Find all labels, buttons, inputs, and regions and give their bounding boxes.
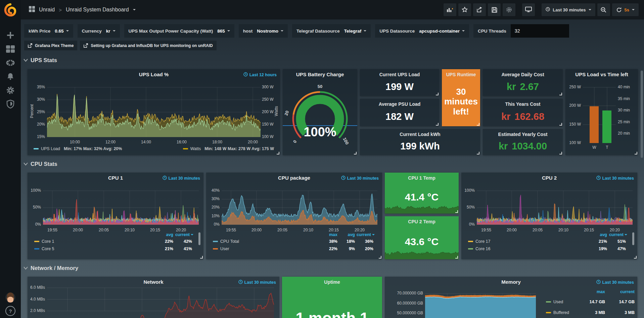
legend-header-max[interactable]: max [588, 289, 605, 294]
variable-value[interactable]: kr [106, 29, 110, 34]
panel-time-range-link[interactable]: Last 30 minutes [596, 280, 634, 285]
cpu1-chart[interactable] [43, 187, 199, 227]
ups-load-chart[interactable] [47, 84, 261, 138]
time-range-label: Last 30 minutes [553, 7, 586, 12]
legend-series-name[interactable]: User [220, 246, 229, 251]
legend-header-current[interactable]: current [355, 232, 375, 237]
panel-title[interactable]: UPS Battery Charge [286, 72, 354, 77]
create-icon[interactable] [0, 29, 20, 42]
battery-gauge-chart[interactable]: 0 20 50 100 100% [283, 69, 357, 155]
cycle-view-button[interactable] [522, 3, 535, 16]
server-admin-shield-icon[interactable] [0, 97, 20, 111]
variable-value[interactable]: 865 [217, 29, 225, 34]
link-ups-monitoring-guide[interactable]: Setting up Grafana and InfluxDB for UPS … [80, 41, 216, 50]
variable-telegraf-datasource[interactable]: Telegraf Datasource Telegraf [292, 24, 371, 38]
refresh-interval-label[interactable]: 5s [625, 7, 629, 12]
legend-avg-value: 22% [156, 239, 173, 244]
legend-header-avg[interactable]: avg [590, 232, 607, 237]
panel-time-range-link[interactable]: Last 30 minutes [341, 176, 379, 181]
stat-title[interactable]: CPU 2 Temp [408, 219, 435, 224]
legend-series-name[interactable]: Watts [190, 146, 201, 151]
breadcrumb-root[interactable]: Unraid [39, 7, 55, 13]
stat-title[interactable]: Average Daily Cost [501, 72, 544, 77]
page-scrollbar-thumb[interactable] [641, 71, 643, 158]
panel-title[interactable]: UPS Load % [41, 72, 267, 77]
legend-series-name[interactable]: Core 5 [42, 246, 54, 251]
stat-title[interactable]: Current UPS Load [379, 72, 420, 77]
legend-series-name[interactable]: Used [553, 300, 563, 304]
legend-scrollbar[interactable] [198, 232, 200, 245]
stat-title[interactable]: Uptime [324, 279, 340, 285]
cpu-package-chart[interactable] [222, 187, 377, 227]
variable-ups-max-output[interactable]: UPS Max Output Power Capacity (Watt) 865 [124, 24, 234, 38]
configuration-gear-icon[interactable] [0, 84, 20, 97]
panel-time-range-link[interactable]: Last 30 minutes [238, 280, 276, 285]
legend-header-avg[interactable]: avg [156, 232, 173, 237]
legend-scrollbar[interactable] [632, 232, 634, 245]
legend-series-name[interactable]: Core 1 [42, 239, 54, 244]
dashboard-dropdown-caret[interactable] [133, 9, 136, 10]
grafana-logo-icon[interactable] [4, 3, 17, 16]
cpu-threads-input[interactable] [511, 24, 569, 38]
panel-time-range-link[interactable]: Last 12 hours [243, 72, 277, 78]
legend-series-name[interactable]: Buffered [553, 310, 569, 315]
legend-series-name[interactable]: CPU Total [220, 239, 239, 244]
panel-time-range-link[interactable]: Last 30 minutes [163, 176, 200, 181]
variable-currency[interactable]: Currency kr [78, 24, 120, 38]
variable-ups-datasource[interactable]: UPS Datasource apcupsd-container [375, 24, 469, 38]
variable-value[interactable]: apcupsd-container [419, 29, 460, 34]
star-button[interactable] [458, 3, 471, 16]
breadcrumb-current[interactable]: Unraid System Dashboard [66, 7, 129, 13]
legend-swatch [546, 312, 551, 313]
panel-title[interactable]: UPS Load vs Time left [567, 72, 636, 77]
axis-tick-label: 50% [28, 205, 41, 210]
legend-header-avg[interactable]: avg [340, 232, 355, 237]
section-title: UPS Stats [31, 57, 57, 63]
zoom-out-button[interactable] [597, 3, 610, 16]
variable-value[interactable]: 0.65 [55, 29, 63, 34]
legend-header-current[interactable]: current [607, 232, 627, 237]
time-range-picker[interactable]: Last 30 minutes [542, 3, 595, 16]
legend-series-name[interactable]: UPS Load [41, 146, 60, 151]
help-icon[interactable]: ? [5, 306, 15, 316]
link-grafana-plex-theme[interactable]: Grafana Plex Theme [24, 41, 77, 50]
section-cpu-stats[interactable]: CPU Stats [24, 161, 57, 167]
legend-header-max[interactable]: max [321, 232, 337, 237]
share-button[interactable] [473, 3, 486, 16]
stat-title[interactable]: Estimated Yearly Cost [498, 132, 548, 137]
dashboard-settings-button[interactable] [503, 3, 515, 16]
section-network-memory[interactable]: Network / Memory [24, 265, 78, 271]
stat-title[interactable]: CPU 1 Temp [408, 175, 435, 181]
legend-header-current[interactable]: current [173, 232, 193, 237]
stat-title[interactable]: UPS Runtime [446, 72, 476, 77]
gauge-scale-label: 100 [342, 137, 350, 145]
save-button[interactable] [488, 3, 501, 16]
refresh-button[interactable]: 5s [612, 3, 639, 16]
stat-title[interactable]: This Years Cost [505, 101, 541, 107]
caret-down-icon[interactable] [632, 9, 635, 10]
legend-header-current[interactable]: current [614, 289, 635, 294]
network-chart[interactable] [47, 285, 274, 318]
alerting-bell-icon[interactable] [0, 70, 20, 83]
panel-title[interactable]: Memory [398, 279, 624, 285]
legend-series-name[interactable]: Core 16 [475, 246, 490, 251]
variable-host[interactable]: host Nostromo [239, 24, 288, 38]
panel-time-range-link[interactable]: Last 30 minutes [596, 176, 634, 181]
stat-title[interactable]: Current Load kWh [400, 132, 440, 137]
section-ups-stats[interactable]: UPS Stats [24, 57, 57, 63]
panel-title[interactable]: Network [41, 279, 266, 285]
axis-tick-label: 100 W [262, 134, 279, 139]
add-panel-button[interactable] [444, 3, 456, 16]
dashboards-icon[interactable] [0, 42, 20, 56]
memory-chart[interactable] [425, 289, 536, 318]
variable-kwh-price[interactable]: kWh Price 0.65 [24, 24, 73, 38]
legend-series-name[interactable]: Core 17 [475, 239, 490, 244]
variable-value[interactable]: Nostromo [257, 29, 278, 34]
variable-value[interactable]: Telegraf [344, 29, 362, 34]
explore-compass-icon[interactable] [0, 56, 20, 70]
cpu2-chart[interactable] [477, 187, 633, 227]
legend-swatch [468, 241, 473, 242]
apps-grid-icon[interactable] [29, 6, 35, 13]
stat-title[interactable]: Average PSU Load [379, 101, 421, 107]
user-avatar[interactable] [5, 292, 15, 303]
